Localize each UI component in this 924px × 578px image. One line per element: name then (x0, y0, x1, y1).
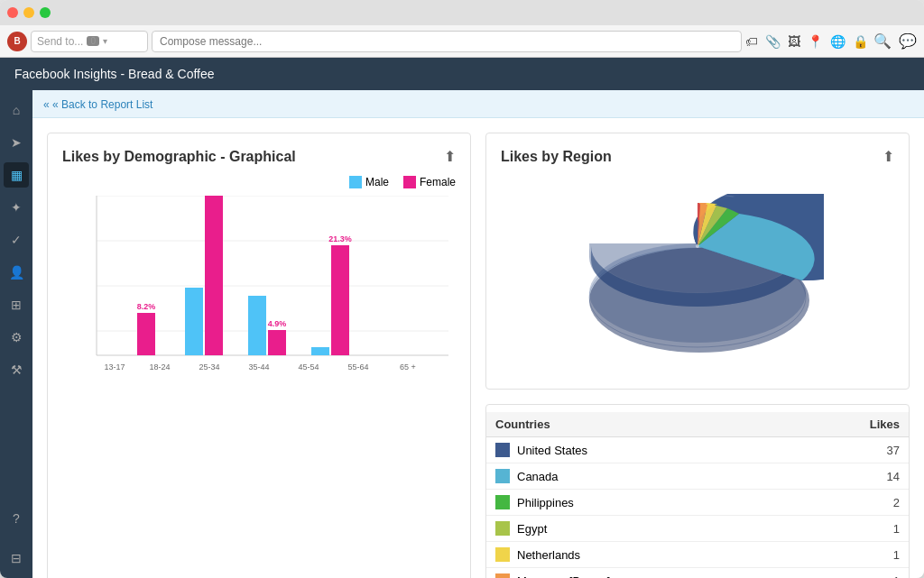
col-countries: Countries (486, 412, 797, 437)
country-color-dot (495, 495, 510, 509)
toolbar: B Send to... 0 ▾ 🏷 📎 🖼 📍 🌐 🔒 🔍 💬 (0, 25, 924, 58)
svg-text:11.5%: 11.5% (245, 285, 269, 294)
region-chart-header: Likes by Region ⬆ (501, 148, 894, 165)
chat-icon[interactable]: 💬 (899, 32, 917, 50)
search-icon[interactable]: 🔍 (873, 32, 892, 50)
page-title: Facebook Insights - Bread & Coffee (14, 67, 215, 81)
svg-text:25-34: 25-34 (199, 362, 219, 372)
sidebar-item-chart[interactable]: ▦ (4, 162, 29, 188)
download-region-icon[interactable]: ⬆ (882, 148, 894, 165)
compose-input[interactable] (152, 31, 742, 52)
send-to-placeholder: Send to... (37, 35, 83, 48)
pie-chart-svg (571, 194, 824, 356)
maximize-button[interactable] (40, 7, 51, 18)
bar-female-45-54 (331, 245, 349, 355)
legend-male: Male (349, 176, 389, 188)
back-link-bar: « Back to Report List (32, 90, 924, 118)
country-color-dot (495, 573, 510, 578)
send-to-field[interactable]: Send to... 0 ▾ (31, 31, 148, 52)
table-row: Netherlands1 (486, 542, 909, 568)
bar-chart-area: Male Female (62, 176, 456, 401)
right-panels: Likes by Region ⬆ (485, 133, 910, 578)
traffic-lights (7, 7, 51, 18)
minimize-button[interactable] (23, 7, 34, 18)
title-bar (0, 0, 924, 25)
toolbar-action-icons: 🏷 📎 🖼 📍 🌐 🔒 (745, 34, 868, 49)
svg-text:18-24: 18-24 (149, 362, 170, 372)
legend-male-color (349, 176, 362, 188)
svg-text:13.1%: 13.1% (182, 277, 206, 286)
bar-female-35-44 (268, 330, 286, 355)
sidebar-item-tag[interactable]: ✦ (4, 195, 29, 220)
bar-chart-svg: 8.2% 13.1% 31.1% 11.5% 4.9% (62, 196, 456, 385)
region-table-panel: Countries Likes United States37Canada14P… (485, 404, 910, 578)
dropdown-arrow-icon[interactable]: ▾ (103, 36, 107, 46)
sidebar-item-home[interactable]: ⌂ (4, 97, 29, 123)
app-window: B Send to... 0 ▾ 🏷 📎 🖼 📍 🌐 🔒 🔍 💬 Face (0, 0, 924, 578)
send-to-badge: 0 (87, 36, 99, 46)
legend-male-label: Male (365, 176, 389, 188)
svg-text:65 +: 65 + (400, 362, 416, 372)
sidebar-item-wrench[interactable]: ⚒ (4, 357, 29, 382)
demographics-chart-panel: Likes by Demographic - Graphical ⬆ Male … (47, 133, 471, 578)
back-link[interactable]: « Back to Report List (43, 98, 152, 111)
chart-legend: Male Female (62, 176, 456, 188)
svg-text:4.9%: 4.9% (268, 319, 287, 328)
bar-female-18-24 (137, 313, 155, 355)
table-row: Canada14 (486, 463, 909, 490)
pie-chart-container (501, 176, 894, 374)
sidebar-item-settings[interactable]: ⚙ (4, 325, 29, 350)
region-table: Countries Likes United States37Canada14P… (486, 412, 909, 578)
col-likes: Likes (797, 412, 909, 437)
demographics-chart-header: Likes by Demographic - Graphical ⬆ (62, 148, 456, 165)
demographics-chart-title: Likes by Demographic - Graphical (62, 149, 296, 165)
legend-female: Female (403, 176, 456, 188)
svg-text:55-64: 55-64 (347, 362, 368, 372)
sidebar-item-puzzle[interactable]: ⊞ (4, 292, 29, 317)
avatar: B (7, 32, 27, 51)
sidebar-item-person[interactable]: 👤 (4, 260, 29, 285)
dashboard: Likes by Demographic - Graphical ⬆ Male … (32, 118, 924, 578)
lock-icon[interactable]: 🔒 (853, 34, 868, 49)
bar-male-45-54 (311, 347, 329, 355)
region-chart-title: Likes by Region (501, 149, 612, 165)
bar-male-35-44 (248, 296, 266, 355)
region-chart-panel: Likes by Region ⬆ (485, 133, 910, 390)
attachment-icon[interactable]: 📎 (765, 34, 781, 49)
country-color-dot (495, 443, 510, 457)
sidebar-item-bottom[interactable]: ⊟ (4, 546, 29, 571)
toolbar-right: 🔍 💬 (873, 32, 917, 50)
main-layout: ⌂ ➤ ▦ ✦ ✓ 👤 ⊞ ⚙ ⚒ ? ⊟ « Back to Report L… (0, 90, 924, 578)
tag-icon[interactable]: 🏷 (745, 34, 758, 49)
bar-female-25-34 (205, 196, 223, 355)
table-row: United States37 (486, 437, 909, 463)
svg-point-23 (696, 244, 699, 248)
close-button[interactable] (7, 7, 18, 18)
svg-text:8.2%: 8.2% (137, 302, 156, 311)
table-row: Egypt1 (486, 516, 909, 542)
toolbar-left: B Send to... 0 ▾ 🏷 📎 🖼 📍 🌐 🔒 (7, 31, 868, 52)
svg-text:13-17: 13-17 (104, 362, 125, 372)
sidebar-item-send[interactable]: ➤ (4, 130, 29, 155)
image-icon[interactable]: 🖼 (788, 34, 800, 49)
map-icon[interactable]: 📍 (808, 34, 823, 49)
content-area: « Back to Report List Likes by Demograph… (32, 90, 924, 578)
svg-text:21.3%: 21.3% (328, 234, 352, 243)
download-chart-icon[interactable]: ⬆ (444, 148, 456, 165)
country-color-dot (495, 547, 510, 562)
table-row: Philippines2 (486, 490, 909, 516)
country-color-dot (495, 521, 510, 536)
svg-text:35-44: 35-44 (248, 362, 269, 372)
svg-text:45-54: 45-54 (298, 362, 319, 372)
legend-female-label: Female (420, 176, 456, 188)
sidebar-item-help[interactable]: ? (4, 506, 29, 531)
bar-male-25-34 (185, 288, 203, 355)
region-table-header-row: Countries Likes (486, 412, 909, 437)
sidebar-item-check[interactable]: ✓ (4, 227, 29, 252)
country-color-dot (495, 469, 510, 483)
sidebar: ⌂ ➤ ▦ ✦ ✓ 👤 ⊞ ⚙ ⚒ ? ⊟ (0, 90, 32, 578)
legend-female-color (403, 176, 416, 188)
region-table-body: United States37Canada14Philippines2Egypt… (486, 437, 909, 579)
globe-icon[interactable]: 🌐 (830, 34, 845, 49)
table-row: Myanmar [Burma]1 (486, 568, 909, 579)
